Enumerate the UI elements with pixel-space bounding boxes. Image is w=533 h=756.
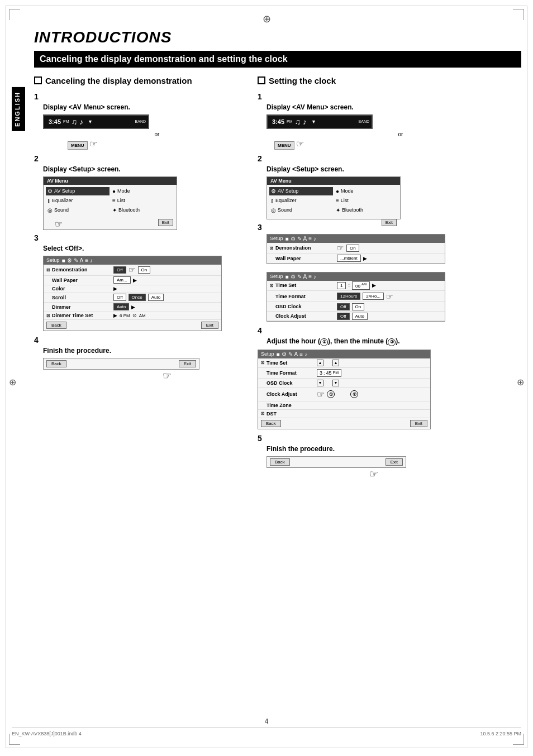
setup-screen-right-top: Setup ■ ⚙ ✎ A ≡ ♪ (266, 234, 445, 264)
av-item-list-right[interactable]: ≡ List (334, 197, 398, 205)
hand-pointer-finish-right: ☞ (369, 468, 378, 480)
arrow-right-wallpaper: ▶ (133, 277, 137, 283)
osd-on-btn[interactable]: On (352, 303, 365, 310)
left-step-4: 4 Finish the procedure. Back Exit ☞ (34, 336, 246, 382)
right-step5-num: 5 (258, 434, 521, 443)
scroll-auto-btn[interactable]: Auto (148, 294, 164, 301)
hour-up-btn[interactable]: ▲ (317, 360, 323, 366)
wallpaper-row-right: ⊠ Wall Paper ...mbient ▶ (267, 254, 445, 264)
av-item-bluetooth-right[interactable]: ✦ Bluetooth (334, 206, 398, 214)
av-item-bluetooth[interactable]: ✦ Bluetooth (111, 206, 174, 214)
av-item-equalizer-right[interactable]: ⫿ Equalizer (269, 197, 333, 205)
min-up-btn[interactable]: ▲ (332, 360, 339, 366)
back-exit-row-left: Back Exit (44, 320, 221, 331)
left-step4-text: Finish the procedure. (43, 347, 246, 355)
band-label-left: BAND (135, 119, 146, 123)
demo-off-btn[interactable]: Off (113, 266, 126, 274)
av-exit-left: Exit (44, 217, 177, 219)
page-title: INTRODUCTIONS (34, 28, 521, 46)
left-step3-text: Select <Off>. (43, 245, 246, 252)
demo-on-btn[interactable]: On (138, 266, 151, 274)
back-btn-finish-right[interactable]: Back (270, 458, 290, 466)
clock-timeformat-row: ⊠ Time Format 3 : 45 PM (258, 368, 430, 379)
finish-screen-left: Back Exit (43, 358, 199, 370)
scroll-off-btn[interactable]: Off (113, 294, 126, 301)
exit-btn-clock[interactable]: Exit (410, 420, 427, 427)
demo-on-right[interactable]: On (346, 245, 359, 252)
av-item-avsetup-right[interactable]: ⚙ AV Setup (269, 187, 333, 195)
crosshair-left: ⊕ (9, 377, 16, 387)
clock-adjust-row2: ⊠ Clock Adjust ☞ ① ② (258, 388, 430, 401)
device-time-right: 3:45 (272, 118, 284, 125)
hour-down-btn[interactable]: ▼ (317, 380, 323, 386)
left-column: Canceling the display demonstration 1 Di… (34, 75, 246, 480)
clockadjust-row: ⊠ Clock Adjust Off Auto (267, 312, 445, 321)
crosshair-top: ⊕ (263, 13, 271, 25)
menu-button-left[interactable]: MENU ☞ (68, 138, 246, 150)
12hours-btn[interactable]: 12Hours (337, 293, 360, 300)
left-step4-num: 4 (34, 336, 246, 344)
hand-hour: ☞ (317, 389, 325, 400)
bluetooth-icon: ✦ (112, 207, 117, 213)
page-border: ⊕ ⊕ ⊕ ENGLISH INTRODUCTIONS Canceling th… (6, 6, 527, 748)
left-step1-num: 1 (34, 92, 246, 101)
av-screen-right: AV Menu ⚙ AV Setup ● Mode ⫿ (266, 176, 401, 219)
av-item-list[interactable]: ≡ List (111, 197, 174, 205)
av-item-sound[interactable]: ◎ Sound (46, 206, 110, 214)
av-screen-left: AV Menu ⚙ AV Setup ● Mode ⫿ (43, 176, 177, 230)
exit-btn-finish-left[interactable]: Exit (179, 360, 196, 367)
menu-button-right[interactable]: MENU ☞ (274, 138, 521, 150)
back-btn-left[interactable]: Back (46, 322, 66, 329)
exit-btn-av-right[interactable]: Exit (382, 219, 397, 226)
device-pm-left: PM (63, 119, 69, 123)
step3-screens: Setup ■ ⚙ ✎ A ≡ ♪ (258, 234, 521, 327)
hand-pointer-menu-right: ☞ (296, 139, 304, 149)
right-column: Setting the clock 1 Display <AV Menu> sc… (258, 75, 521, 480)
hand-timeformat: ☞ (386, 292, 393, 301)
list-icon: ≡ (112, 198, 116, 204)
av-item-sound-right[interactable]: ◎ Sound (269, 206, 333, 214)
right-step-5: 5 Finish the procedure. Back Exit ☞ (258, 434, 521, 480)
demo-row-right: ⊠ Demonstration ☞ On (267, 243, 445, 254)
left-section-title: Canceling the display demonstration (34, 75, 246, 87)
scroll-once-btn[interactable]: Once (129, 294, 146, 301)
clockadj-auto-btn[interactable]: Auto (352, 313, 368, 320)
hand-pointer-menu-left: ☞ (89, 139, 97, 149)
back-btn-finish-left[interactable]: Back (46, 360, 66, 367)
clock-adjust-screen: Setup ■ ⚙ ✎ A ≡ ♪ ⊠ (258, 350, 431, 429)
main-content: INTRODUCTIONS Canceling the display demo… (34, 12, 521, 480)
sound-icon: ◎ (47, 207, 53, 213)
setup-header-icons-left: ■ ⚙ ✎ A ≡ ♪ (62, 257, 93, 264)
footer-bar: EN_KW-AVX838[J]001B.indb 4 10.5.6 2:20:5… (12, 727, 521, 736)
24h-btn[interactable]: 24Ho... (363, 293, 384, 300)
exit-btn-setup-left[interactable]: Exit (201, 322, 218, 329)
wallpaper-ambient-btn[interactable]: Am... (113, 276, 131, 284)
av-item-equalizer[interactable]: ⫿ Equalizer (46, 197, 110, 205)
left-step-2: 2 Display <Setup> screen. AV Menu ⚙ AV S… (34, 154, 246, 230)
crosshair-right: ⊕ (517, 377, 524, 387)
av-header-left: AV Menu (44, 177, 177, 185)
av-item-mode-right[interactable]: ● Mode (334, 187, 398, 195)
equalizer-icon: ⫿ (47, 198, 50, 204)
section-header: Canceling the display demonstration and … (34, 51, 521, 68)
setup-row-demo: ⊠ Demonstration Off ☞ On (44, 265, 221, 276)
av-item-mode[interactable]: ● Mode (111, 187, 174, 195)
left-step-1: 1 Display <AV Menu> screen. 3:45 PM ♫ ♪ … (34, 92, 246, 150)
left-step2-text: Display <Setup> screen. (43, 165, 246, 173)
av-grid-right: ⚙ AV Setup ● Mode ⫿ Equalizer (267, 185, 400, 217)
dimmer-auto-btn[interactable]: Auto (113, 303, 129, 310)
music-icon-left: ♫ ♪ (72, 117, 83, 126)
av-item-avsetup[interactable]: ⚙ AV Setup (46, 187, 110, 195)
timeset-row: ⊠ Time Set 1 : 00 AM ▶ (267, 281, 445, 291)
osd-off-btn[interactable]: Off (337, 303, 350, 310)
back-btn-clock[interactable]: Back (261, 420, 281, 427)
setup-header-left: Setup ■ ⚙ ✎ A ≡ ♪ (44, 256, 221, 265)
setup-row-scroll: ⊠ Scroll Off Once Auto (44, 293, 221, 303)
exit-btn-finish-right[interactable]: Exit (386, 458, 403, 466)
clock-dst-row: ⊠ DST (258, 410, 430, 418)
min-down-btn[interactable]: ▼ (332, 380, 339, 386)
back-exit-row-right: Back Exit (258, 418, 430, 429)
exit-btn-av-left[interactable]: Exit (158, 219, 173, 226)
clockadj-off-btn[interactable]: Off (337, 313, 350, 320)
setup-screen-right-bottom: Setup ■ ⚙ ✎ A ≡ ♪ (266, 272, 445, 322)
